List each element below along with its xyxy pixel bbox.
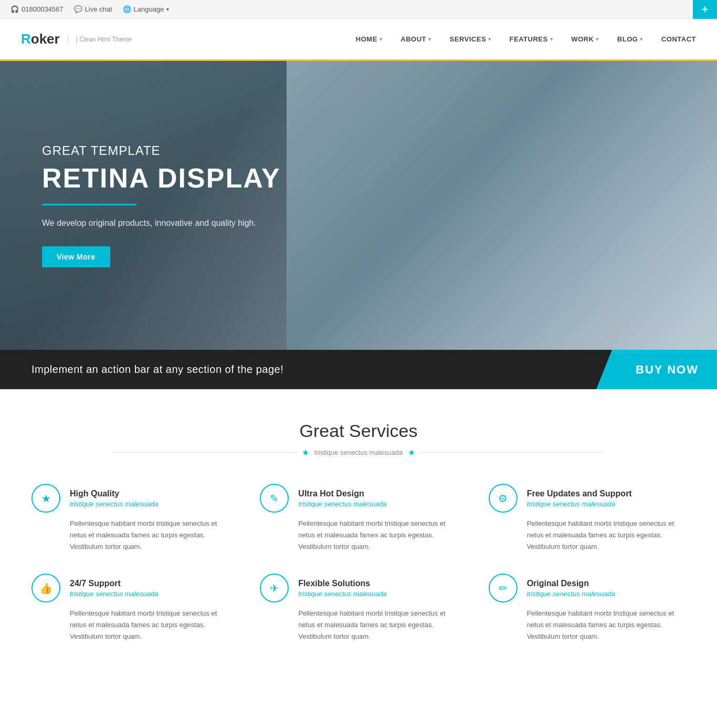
service-item: ⚙ Free Updates and Support tristique sen… <box>489 484 686 553</box>
view-more-button[interactable]: View More <box>42 246 110 267</box>
nav-item-about[interactable]: ABOUT ▾ <box>400 35 431 43</box>
service-icon-wrap: 👍 <box>31 574 60 602</box>
chevron-down-icon: ▾ <box>640 36 643 42</box>
top-bar: 🎧 01800034567 💬 Live chat 🌐 Language ▾ + <box>0 0 717 19</box>
nav-about-label: ABOUT <box>400 35 426 43</box>
service-title: High Quality <box>70 489 158 498</box>
chat-icon: 💬 <box>74 5 82 13</box>
nav-item-blog[interactable]: BLOG ▾ <box>617 35 643 43</box>
service-item: ✈ Flexible Solutions tristique senectus … <box>260 574 457 642</box>
service-info: Flexible Solutions tristique senectus ma… <box>298 579 386 598</box>
service-icon: ⚙ <box>498 492 508 505</box>
service-item: ★ High Quality tristique senectus malesu… <box>31 484 228 553</box>
chevron-down-icon: ▾ <box>166 6 169 12</box>
language-label: Language <box>134 5 164 13</box>
service-icon: 👍 <box>39 582 52 595</box>
service-icon-wrap: ★ <box>31 484 60 513</box>
services-header: Great Services ★ tristique senectus male… <box>31 421 686 457</box>
live-chat-label: Live chat <box>85 5 112 13</box>
service-title: Ultra Hot Design <box>298 489 386 498</box>
language-item[interactable]: 🌐 Language ▾ <box>123 5 170 13</box>
logo-rest: oker <box>31 31 60 47</box>
action-bar: Implement an action bar at any section o… <box>0 350 717 389</box>
chevron-down-icon: ▾ <box>596 36 599 42</box>
service-description: Pellentesque habitant morbi tristique se… <box>70 608 228 642</box>
service-info: Original Design tristique senectus males… <box>527 579 615 598</box>
services-subtitle: tristique senectus malesuada <box>314 449 403 456</box>
service-header-row: ★ High Quality tristique senectus malesu… <box>31 484 228 513</box>
nav-work-label: WORK <box>571 35 594 43</box>
logo-tagline: | Clean Html Theme <box>68 36 132 43</box>
action-bar-text: Implement an action bar at any section o… <box>0 363 596 376</box>
service-header-row: ✏ Original Design tristique senectus mal… <box>489 574 686 602</box>
hero-title: RETINA DISPLAY <box>42 163 281 193</box>
nav-item-features[interactable]: FEATURES ▾ <box>510 35 553 43</box>
hero-content: GREAT TEMPLATE RETINA DISPLAY We develop… <box>0 143 323 267</box>
service-description: Pellentesque habitant morbi tristique se… <box>527 608 686 642</box>
chevron-down-icon: ▾ <box>550 36 553 42</box>
service-title: Flexible Solutions <box>298 579 386 588</box>
service-icon-wrap: ✎ <box>260 484 289 513</box>
nav-contact-label: CONTACT <box>661 35 696 43</box>
globe-icon: 🌐 <box>123 5 131 13</box>
chevron-down-icon: ▾ <box>379 36 383 42</box>
star-icon-right: ★ <box>408 448 415 457</box>
service-description: Pellentesque habitant morbi tristique se… <box>298 518 457 553</box>
service-title: Free Updates and Support <box>527 489 632 498</box>
plus-button[interactable]: + <box>693 0 717 19</box>
logo-r: R <box>21 31 31 47</box>
service-icon-wrap: ✈ <box>260 574 289 602</box>
service-header-row: ⚙ Free Updates and Support tristique sen… <box>489 484 686 513</box>
services-divider: ★ tristique senectus malesuada ★ <box>31 448 686 457</box>
service-subtitle: tristique senectus malesuada <box>70 590 158 598</box>
service-description: Pellentesque habitant morbi tristique se… <box>298 608 457 642</box>
nav-services-label: SERVICES <box>450 35 487 43</box>
service-subtitle: tristique senectus malesuada <box>298 500 386 508</box>
logo[interactable]: Roker <box>21 31 60 47</box>
chevron-down-icon: ▾ <box>488 36 491 42</box>
hero-description: We develop original products, innovative… <box>42 219 281 228</box>
navbar: Roker | Clean Html Theme HOME ▾ ABOUT ▾ … <box>0 19 717 61</box>
service-icon: ✎ <box>270 492 279 505</box>
service-header-row: ✈ Flexible Solutions tristique senectus … <box>260 574 457 602</box>
nav-blog-label: BLOG <box>617 35 638 43</box>
service-subtitle: tristique senectus malesuada <box>70 500 158 508</box>
service-subtitle: tristique senectus malesuada <box>527 590 615 598</box>
service-icon: ★ <box>41 492 51 505</box>
service-header-row: ✎ Ultra Hot Design tristique senectus ma… <box>260 484 457 513</box>
nav-features-label: FEATURES <box>510 35 548 43</box>
hero-section: GREAT TEMPLATE RETINA DISPLAY We develop… <box>0 61 717 350</box>
service-item: ✎ Ultra Hot Design tristique senectus ma… <box>260 484 457 553</box>
buy-now-button[interactable]: BUY NOW <box>596 350 717 389</box>
nav-home-label: HOME <box>356 35 377 43</box>
service-info: Free Updates and Support tristique senec… <box>527 489 632 508</box>
star-icon-left: ★ <box>302 448 309 457</box>
divider-line-right <box>420 452 604 453</box>
service-info: Ultra Hot Design tristique senectus male… <box>298 489 386 508</box>
service-icon: ✏ <box>499 582 508 595</box>
service-description: Pellentesque habitant morbi tristique se… <box>70 518 228 553</box>
service-info: High Quality tristique senectus malesuad… <box>70 489 158 508</box>
nav-item-contact[interactable]: CONTACT <box>661 35 696 43</box>
service-title: Original Design <box>527 579 615 588</box>
service-info: 24/7 Support tristique senectus malesuad… <box>70 579 158 598</box>
live-chat-item[interactable]: 💬 Live chat <box>74 5 112 13</box>
phone-number: 01800034567 <box>22 5 64 13</box>
hero-subtitle: GREAT TEMPLATE <box>42 143 281 158</box>
phone-item: 🎧 01800034567 <box>10 5 64 13</box>
service-item: 👍 24/7 Support tristique senectus malesu… <box>31 574 228 642</box>
service-icon-wrap: ⚙ <box>489 484 518 513</box>
service-subtitle: tristique senectus malesuada <box>527 500 632 508</box>
service-header-row: 👍 24/7 Support tristique senectus malesu… <box>31 574 228 602</box>
nav-item-work[interactable]: WORK ▾ <box>571 35 599 43</box>
nav-links: HOME ▾ ABOUT ▾ SERVICES ▾ FEATURES ▾ WOR… <box>356 35 696 43</box>
service-title: 24/7 Support <box>70 579 158 588</box>
hero-divider <box>42 204 136 205</box>
service-item: ✏ Original Design tristique senectus mal… <box>489 574 686 642</box>
chevron-down-icon: ▾ <box>428 36 431 42</box>
services-grid: ★ High Quality tristique senectus malesu… <box>31 484 686 643</box>
nav-item-services[interactable]: SERVICES ▾ <box>450 35 491 43</box>
top-bar-items: 🎧 01800034567 💬 Live chat 🌐 Language ▾ <box>10 5 169 13</box>
nav-item-home[interactable]: HOME ▾ <box>356 35 383 43</box>
service-description: Pellentesque habitant morbi tristique se… <box>527 518 686 553</box>
